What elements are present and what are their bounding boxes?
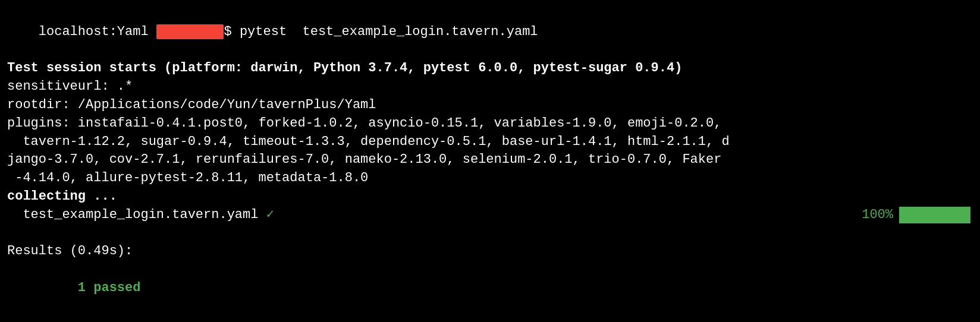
prompt-command: pytest test_example_login.tavern.yaml (240, 24, 538, 39)
plugins-line2: tavern-1.12.2, sugar-0.9.4, timeout-1.3.… (7, 133, 973, 151)
test-file-line: test_example_login.tavern.yaml ✓ 100% (7, 206, 973, 225)
prompt-dollar: $ (224, 24, 239, 39)
empty-line (7, 225, 973, 243)
prompt-host: localhost:Yaml (39, 24, 149, 39)
rootdir-line: rootdir: /Applications/code/Yun/tavernPl… (7, 96, 973, 115)
terminal: localhost:Yaml XXXXXXXX$ pytest test_exa… (7, 5, 973, 322)
prompt-space (149, 24, 156, 39)
plugins-line3: jango-3.7.0, cov-2.7.1, rerunfailures-7.… (7, 151, 973, 169)
plugins-line4: -4.14.0, allure-pytest-2.8.11, metadata-… (7, 169, 973, 188)
test-file-name: test_example_login.tavern.yaml ✓ (7, 206, 274, 225)
plugins-line1: plugins: instafail-0.4.1.post0, forked-1… (7, 115, 973, 133)
collecting-line: collecting ... (7, 188, 973, 206)
progress-bar (899, 207, 970, 223)
sensitiveurl-line: sensitiveurl: .* (7, 78, 973, 96)
results-line: Results (0.49s): (7, 242, 973, 261)
passed-text: 1 passed (39, 280, 141, 295)
progress-percent: 100% (862, 206, 893, 225)
cursor-line (7, 316, 973, 322)
progress-area: 100% (862, 206, 973, 225)
passed-line: 1 passed (7, 261, 973, 315)
redacted-username: XXXXXXXX (156, 24, 224, 39)
prompt-line: localhost:Yaml XXXXXXXX$ pytest test_exa… (7, 5, 973, 59)
session-start-line: Test session starts (platform: darwin, P… (7, 59, 973, 78)
